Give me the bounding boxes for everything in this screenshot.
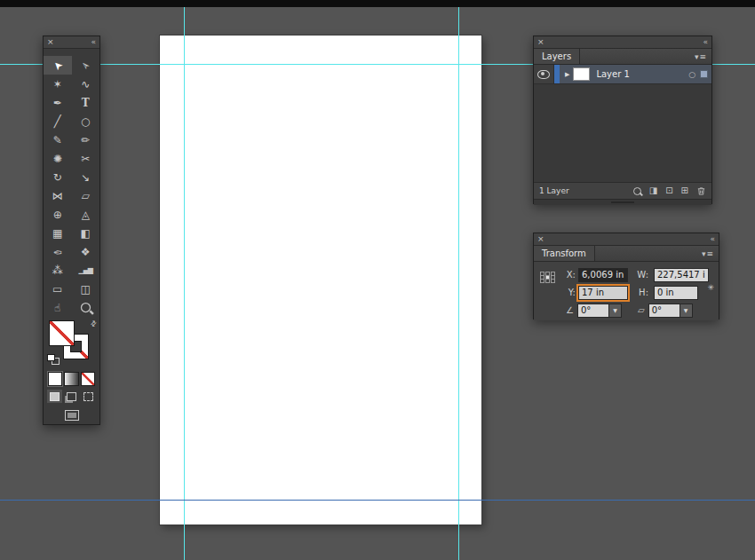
x-field[interactable] <box>578 268 628 282</box>
locate-object-button[interactable] <box>633 187 641 195</box>
layers-tab-label: Layers <box>542 51 571 61</box>
paintbrush-tool[interactable]: ✎ <box>44 130 72 149</box>
draw-behind-button[interactable] <box>64 390 79 403</box>
hand-tool[interactable]: ☝ <box>44 298 72 317</box>
tab-layers[interactable]: Layers <box>534 49 580 64</box>
mesh-tool[interactable]: ▦ <box>44 224 72 242</box>
collapse-panel-icon[interactable]: « <box>91 38 96 46</box>
gradient-tool[interactable]: ◧ <box>72 224 100 242</box>
draw-normal-icon <box>50 392 60 401</box>
layers-tab-bar: Layers ▾≡ <box>534 49 711 65</box>
artboard-tool[interactable]: ▭ <box>44 280 72 298</box>
w-field[interactable] <box>654 268 709 282</box>
magic-wand-tool-icon: ✶ <box>53 79 62 90</box>
ellipse-tool[interactable]: ○ <box>72 112 100 130</box>
perspective-grid-tool[interactable]: ◬ <box>72 205 100 224</box>
none-button[interactable] <box>81 372 95 386</box>
panel-menu-icon[interactable]: ▾≡ <box>695 52 711 61</box>
zoom-tool[interactable] <box>72 298 100 317</box>
y-label: Y: <box>562 288 576 297</box>
shear-value[interactable]: 0° <box>649 304 680 317</box>
panel-resize-edge[interactable] <box>534 199 711 205</box>
blend-tool[interactable]: ❖ <box>72 242 100 261</box>
collapse-panel-icon[interactable]: « <box>703 38 708 46</box>
target-circle-icon[interactable]: ○ <box>688 70 695 79</box>
magic-wand-tool[interactable]: ✶ <box>44 75 72 93</box>
ref-point[interactable] <box>545 279 550 283</box>
chevron-down-icon: ▼ <box>684 307 688 313</box>
lasso-tool[interactable]: ∿ <box>72 75 100 93</box>
tab-transform[interactable]: Transform <box>534 246 595 261</box>
direct-selection-tool[interactable]: ➢ <box>72 56 100 75</box>
delete-selection-button[interactable] <box>696 186 706 196</box>
draw-normal-button[interactable] <box>47 390 62 403</box>
mesh-tool-icon: ▦ <box>52 228 62 239</box>
delete-icon <box>696 186 706 196</box>
h-field[interactable] <box>654 286 698 300</box>
lasso-tool-icon: ∿ <box>81 79 90 90</box>
gradient-button[interactable] <box>64 372 78 386</box>
fill-swatch[interactable] <box>49 320 75 346</box>
color-button[interactable] <box>48 372 62 386</box>
shear-dropdown-button[interactable]: ▼ <box>680 304 692 317</box>
guide-horizontal-bottom[interactable] <box>0 500 755 501</box>
rotate-value[interactable]: 0° <box>578 304 608 317</box>
constrain-proportions-icon[interactable]: ✳ <box>707 283 714 292</box>
line-segment-tool[interactable]: ╱ <box>44 112 72 130</box>
color-type-buttons <box>44 370 99 389</box>
default-fill-stroke-button[interactable] <box>47 354 60 365</box>
layer-row[interactable]: ▶ Layer 1 ○ <box>534 65 711 84</box>
chevron-down-icon: ▼ <box>613 307 617 313</box>
rotate-dropdown-button[interactable]: ▼ <box>608 304 621 317</box>
rotate-tool[interactable]: ↻ <box>44 168 72 186</box>
locate-object-icon <box>633 187 641 195</box>
selection-indicator[interactable] <box>700 70 708 78</box>
pen-tool[interactable]: ✒ <box>44 93 72 112</box>
hand-tool-icon: ☝ <box>54 303 60 313</box>
panel-menu-icon[interactable]: ▾≡ <box>702 249 719 258</box>
collapse-panel-icon[interactable]: « <box>710 235 715 243</box>
layer-thumbnail[interactable] <box>573 67 590 81</box>
slice-tool[interactable]: ◫ <box>72 280 100 298</box>
expand-triangle-icon[interactable]: ▶ <box>565 71 569 78</box>
shear-icon: ▱ <box>638 305 645 315</box>
pencil-tool[interactable]: ✏ <box>72 130 100 149</box>
close-icon[interactable]: × <box>47 38 54 46</box>
new-sublayer-button[interactable]: ⊡ <box>665 186 672 195</box>
ref-point[interactable] <box>551 279 555 283</box>
reference-point-locator[interactable] <box>540 272 557 282</box>
shape-builder-tool[interactable]: ⊕ <box>44 205 72 224</box>
column-graph-tool[interactable]: ▁▄▆ <box>72 261 100 280</box>
guide-vertical-right[interactable] <box>458 7 459 560</box>
pen-tool-icon: ✒ <box>53 98 62 108</box>
transform-tab-bar: Transform ▾≡ <box>534 246 719 262</box>
new-layer-button[interactable]: ⊞ <box>681 186 688 195</box>
artboard[interactable] <box>160 35 481 525</box>
type-tool[interactable]: T <box>72 93 100 112</box>
new-layer-icon: ⊞ <box>681 186 688 195</box>
blob-brush-tool[interactable]: ✺ <box>44 149 72 168</box>
guide-vertical-left[interactable] <box>184 7 185 560</box>
shape-builder-tool-icon: ⊕ <box>53 209 62 220</box>
change-screen-mode-button[interactable] <box>62 408 82 422</box>
draw-inside-button[interactable] <box>81 390 96 403</box>
width-tool[interactable]: ⋈ <box>44 186 72 205</box>
screen-mode-icon <box>65 410 79 421</box>
scissors-tool[interactable]: ✂ <box>72 149 100 168</box>
close-icon[interactable]: × <box>537 38 544 46</box>
shear-combo: 0° ▼ <box>648 304 693 318</box>
ref-point[interactable] <box>540 279 544 283</box>
layers-empty-area <box>534 84 711 182</box>
rotate-combo: 0° ▼ <box>577 304 622 318</box>
close-icon[interactable]: × <box>537 235 544 243</box>
swap-fill-stroke-icon[interactable]: ⇄ <box>89 319 99 328</box>
eyedropper-tool[interactable]: ✑ <box>44 242 72 261</box>
selection-tool[interactable]: ➤ <box>44 56 72 75</box>
make-clipping-mask-button[interactable]: ◨ <box>649 186 657 195</box>
visibility-toggle[interactable] <box>534 65 554 83</box>
symbol-sprayer-tool[interactable]: ⁂ <box>44 261 72 280</box>
y-field[interactable] <box>578 286 628 300</box>
layer-color-strip <box>554 65 560 83</box>
free-transform-tool[interactable]: ▱ <box>72 186 100 205</box>
scale-tool[interactable]: ↘ <box>72 168 100 186</box>
